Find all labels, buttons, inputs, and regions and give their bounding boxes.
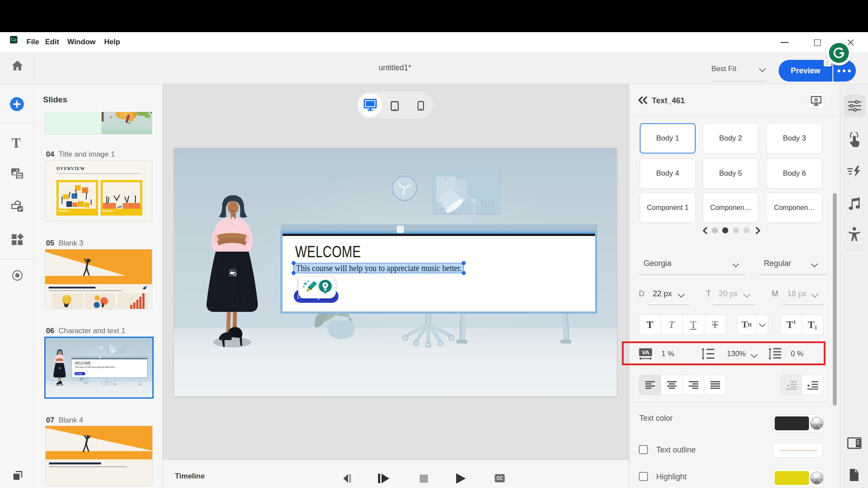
- svg-text:VA: VA: [642, 349, 650, 356]
